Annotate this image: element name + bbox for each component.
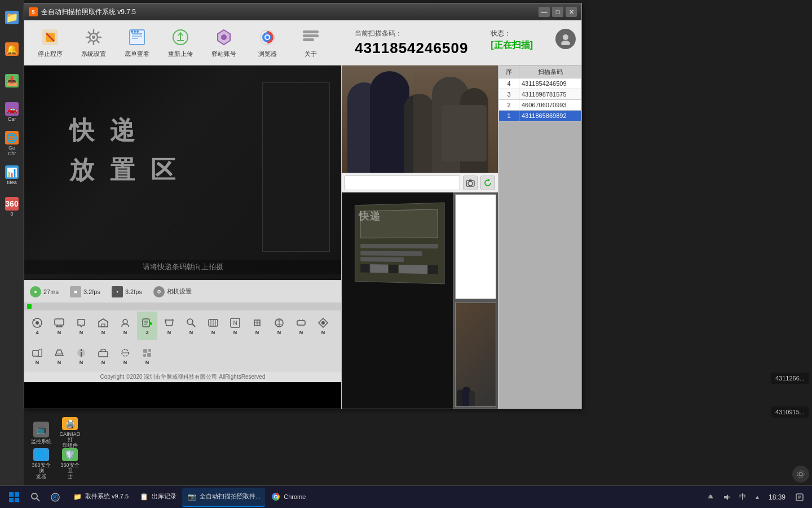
svg-rect-78 [143, 349, 147, 353]
taskbar-item-scan-system[interactable]: 📷 全自动扫描拍照取件... [182, 488, 265, 507]
cam-icon-n9[interactable]: N [247, 312, 267, 340]
scan-table-area: 序 扫描条码 443118542465093431189878157524606… [498, 65, 581, 409]
toolbar: 停止程序 系统 [24, 20, 581, 65]
station-label: 驿站账号 [211, 50, 236, 58]
camera-refresh-button[interactable] [480, 176, 495, 190]
sidebar-icon-go[interactable]: 🌐 GoChr [2, 129, 22, 159]
cam-icon-n6[interactable]: N [181, 312, 201, 340]
cam-icon-n10[interactable]: N [269, 312, 289, 340]
taskbar-network-icon[interactable] [704, 488, 717, 506]
taskbar-volume-icon[interactable] [720, 488, 734, 506]
user-avatar[interactable] [555, 29, 576, 49]
scan-system-icon: 📷 [187, 492, 197, 502]
camera-hint: 请将快递条码朝向上拍摄 [24, 260, 341, 274]
cam-icon-n15[interactable]: N [71, 341, 91, 370]
cam-icon-n5[interactable]: N [159, 312, 179, 340]
taskbar-item-file-explorer[interactable]: 📁 取件系统 v9.7.5 [68, 488, 133, 507]
stop-icon [40, 27, 60, 47]
svg-line-52 [192, 324, 195, 327]
taskbar-system-icons[interactable]: ▲ [752, 488, 763, 506]
cam-icon-n3[interactable]: N [93, 312, 113, 340]
cam-icon-n7[interactable]: N [203, 312, 223, 340]
taskbar: 📁 取件系统 v9.7.5 📋 出库记录 📷 全自动扫描拍照取件... [0, 485, 812, 508]
cam-icon-n14[interactable]: N [49, 341, 69, 370]
about-button[interactable]: 关于 [290, 23, 331, 63]
cam-icon-n15-num: N [80, 360, 83, 365]
settings-gear-overlay[interactable] [792, 466, 809, 483]
desktop-icon-360browser[interactable]: 🌐 360安全浏览器 [31, 448, 51, 480]
sidebar-icon-3[interactable]: 📥 [2, 66, 22, 95]
scan-code-display-1: 4311266... [771, 373, 809, 384]
desktop-icon-360guard[interactable]: 🛡️ 360安全卫士 [60, 448, 80, 480]
table-row[interactable]: 24606706070993 [499, 100, 581, 111]
svg-rect-63 [297, 321, 305, 325]
svg-rect-85 [15, 492, 19, 497]
cam-icon-n13[interactable]: N [27, 341, 47, 370]
browser-label: 浏览器 [258, 50, 277, 58]
cam-icon-n11[interactable]: N [291, 312, 311, 340]
close-button[interactable]: ✕ [566, 7, 577, 17]
settings-button[interactable]: 系统设置 [73, 23, 114, 63]
camera-capture-button[interactable] [463, 176, 478, 190]
desktop-icon-monitor[interactable]: 📺 监控系统 [31, 417, 51, 449]
start-button[interactable] [3, 488, 25, 506]
stat-fps2-value: 3.2fps [125, 288, 142, 295]
sidebar-icon-car-label: Car [8, 117, 16, 122]
svg-line-10 [96, 40, 99, 43]
desktop-icon-cainiao[interactable]: 🖨️ CAINIAO打印组件 [60, 417, 80, 449]
maximize-button[interactable]: □ [552, 7, 563, 17]
scan-code-display-2: 4310915... [771, 406, 809, 418]
cam-icon-n1[interactable]: N [49, 312, 69, 340]
svg-rect-48 [149, 322, 152, 325]
station-button[interactable]: 驿站账号 [204, 23, 244, 63]
cam-icon-n4[interactable]: N [115, 312, 135, 340]
svg-point-43 [123, 319, 127, 324]
cam-icon-n11-num: N [299, 330, 303, 335]
browser-icon [257, 27, 277, 47]
camera-left-panel: 快 递 放 置 区 请将快递条码朝向上拍摄 ● 27ms [24, 65, 341, 409]
cam-icon-4[interactable]: 4 [27, 312, 47, 340]
sidebar-icon-360[interactable]: 360 0 [2, 192, 22, 222]
svg-rect-31 [303, 38, 314, 41]
browser-button[interactable]: 浏览器 [247, 23, 288, 63]
stop-button[interactable]: 停止程序 [30, 23, 70, 63]
taskbar-item-chrome[interactable]: Chrome [266, 488, 310, 507]
taskbar-ime-icon[interactable]: 中 [736, 488, 749, 506]
taskbar-time: 18:39 [769, 493, 785, 501]
table-row[interactable]: 44311854246509 [499, 78, 581, 89]
taskbar-clock[interactable]: 18:39 [766, 488, 790, 506]
right-scan-codes: 4311266... 4310915... [771, 373, 809, 418]
cam-icon-n4-num: N [123, 330, 127, 335]
minimize-button[interactable]: — [539, 7, 550, 17]
cam-icon-n2[interactable]: N [71, 312, 91, 340]
scan-table: 序 扫描条码 443118542465093431189878157524606… [498, 65, 581, 121]
sidebar-icon-car[interactable]: 🚗 Car [2, 98, 22, 127]
taskbar-search-button[interactable] [25, 488, 45, 506]
taskbar-action-center[interactable] [793, 488, 806, 506]
sidebar-icon-2[interactable]: 🔔 [2, 34, 22, 64]
reupload-button[interactable]: 重新上传 [160, 23, 201, 63]
status-label: 状态： [491, 29, 511, 38]
stat-camera-settings[interactable]: ⚙ 相机设置 [153, 286, 192, 297]
svg-point-35 [36, 321, 39, 325]
camera-bottom-area: 快递 [342, 192, 498, 409]
cam-icon-n12[interactable]: N [313, 312, 333, 340]
scan-table-container: 序 扫描条码 443118542465093431189878157524606… [498, 65, 581, 121]
table-row[interactable]: 34311898781575 [499, 89, 581, 100]
table-cell-code: 4311854246509 [519, 78, 581, 89]
cam-icon-n8[interactable]: N N [225, 312, 245, 340]
cam-icon-3[interactable]: 3 [137, 312, 157, 340]
taskbar-item-stock-records[interactable]: 📋 出库记录 [134, 488, 181, 507]
sidebar-folder-icon[interactable]: 📁 [2, 3, 22, 32]
sidebar-icon-mea[interactable]: 📊 Mea [2, 161, 22, 190]
cam-icon-n18[interactable]: N [137, 341, 157, 370]
checklist-button[interactable]: 底单查看 [117, 23, 157, 63]
table-row[interactable]: 14311865869892 [499, 111, 581, 121]
cam-icon-n17[interactable]: N [115, 341, 135, 370]
svg-rect-29 [303, 30, 319, 33]
svg-rect-30 [303, 34, 319, 37]
taskbar-cortana-button[interactable] [45, 488, 65, 506]
app-title: 全自动扫描拍照取件系统 v9.7.5 [41, 7, 136, 17]
barcode-input[interactable] [345, 176, 460, 190]
cam-icon-n16[interactable]: N [93, 341, 113, 370]
